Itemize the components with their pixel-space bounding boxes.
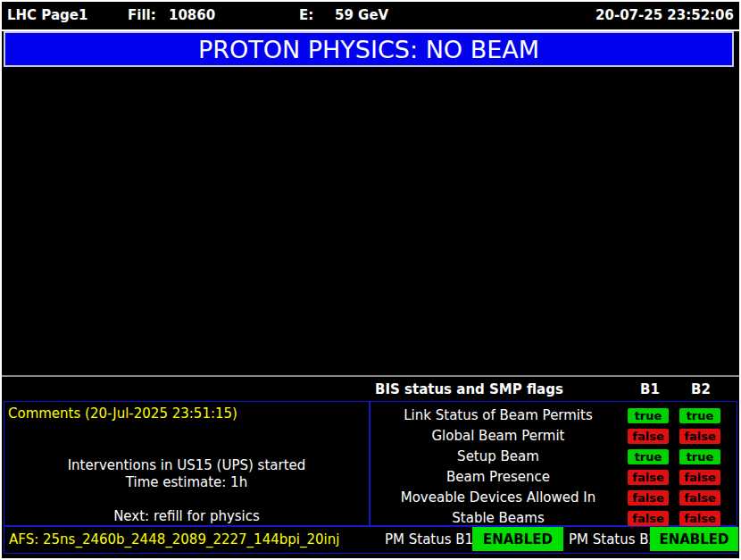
flag-row: Link Status of Beam Permits true true: [370, 405, 737, 425]
column-header-b2: B2: [681, 379, 720, 401]
comments-body: Interventions in US15 (UPS) started Time…: [4, 457, 369, 525]
bis-flags-title: BIS status and SMP flags: [375, 379, 563, 401]
flag-value-b1: true: [628, 408, 669, 423]
status-bar: AFS: 25ns_2460b_2448_2089_2227_144bpi_20…: [4, 526, 737, 554]
comments-panel: Comments (20-Jul-2025 23:51:15) Interven…: [4, 401, 370, 526]
comment-line: Time estimate: 1h: [4, 474, 369, 491]
app-title: LHC Page1: [7, 2, 87, 29]
flag-value-b1: true: [628, 449, 669, 464]
flag-value-b1: false: [628, 470, 669, 485]
comment-line: [4, 491, 369, 508]
beam-mode-text: PROTON PHYSICS: NO BEAM: [198, 36, 539, 63]
fill-value: 10860: [169, 2, 215, 29]
bis-flags-panel: Link Status of Beam Permits true true Gl…: [370, 401, 737, 526]
beam-mode-banner: PROTON PHYSICS: NO BEAM: [4, 31, 734, 67]
comment-line: Interventions in US15 (UPS) started: [4, 457, 369, 474]
comment-line: Next: refill for physics: [4, 508, 369, 525]
bis-flags-header: BIS status and SMP flags B1 B2: [2, 379, 739, 401]
flag-value-b2: false: [679, 470, 720, 485]
lhc-page1-screen: LHC Page1 Fill: 10860 E: 59 GeV 20-07-25…: [0, 0, 741, 560]
flag-value-b1: false: [628, 490, 669, 506]
flag-label: Moveable Devices Allowed In: [370, 489, 626, 506]
flag-value-b2: false: [679, 511, 720, 526]
flag-value-b2: false: [679, 429, 720, 444]
flag-label: Global Beam Permit: [370, 428, 626, 444]
pm-status-b2-value: ENABLED: [650, 527, 738, 551]
flag-row: Moveable Devices Allowed In false false: [370, 488, 737, 507]
pm-status-b2-label: PM Status B2: [569, 527, 657, 553]
flag-label: Stable Beams: [370, 510, 626, 526]
afs-scheme-label: AFS: 25ns_2460b_2448_2089_2227_144bpi_20…: [9, 527, 339, 553]
clock-timestamp: 20-07-25 23:52:06: [595, 2, 734, 29]
flag-label: Beam Presence: [370, 469, 626, 485]
main-display-area: [2, 67, 739, 377]
flag-label: Setup Beam: [370, 448, 626, 464]
flag-row: Setup Beam true true: [370, 447, 737, 466]
bottom-panels: Comments (20-Jul-2025 23:51:15) Interven…: [4, 401, 737, 526]
pm-status-b1-value: ENABLED: [472, 527, 563, 551]
flag-value-b1: false: [628, 429, 669, 444]
flag-value-b1: false: [628, 511, 669, 526]
energy-label: E:: [299, 2, 313, 29]
flag-row: Beam Presence false false: [370, 467, 737, 487]
fill-label: Fill:: [128, 2, 156, 29]
flag-value-b2: true: [679, 449, 720, 464]
energy-value: 59 GeV: [335, 2, 388, 29]
comments-title: Comments (20-Jul-2025 23:51:15): [8, 405, 237, 422]
flag-value-b2: true: [679, 408, 720, 423]
flag-row: Stable Beams false false: [370, 508, 737, 528]
flag-row: Global Beam Permit false false: [370, 426, 737, 446]
pm-status-b1-label: PM Status B1: [385, 527, 473, 553]
column-header-b1: B1: [630, 379, 670, 401]
top-header-bar: LHC Page1 Fill: 10860 E: 59 GeV 20-07-25…: [2, 2, 739, 31]
flag-label: Link Status of Beam Permits: [370, 407, 626, 423]
flag-value-b2: false: [679, 490, 720, 506]
